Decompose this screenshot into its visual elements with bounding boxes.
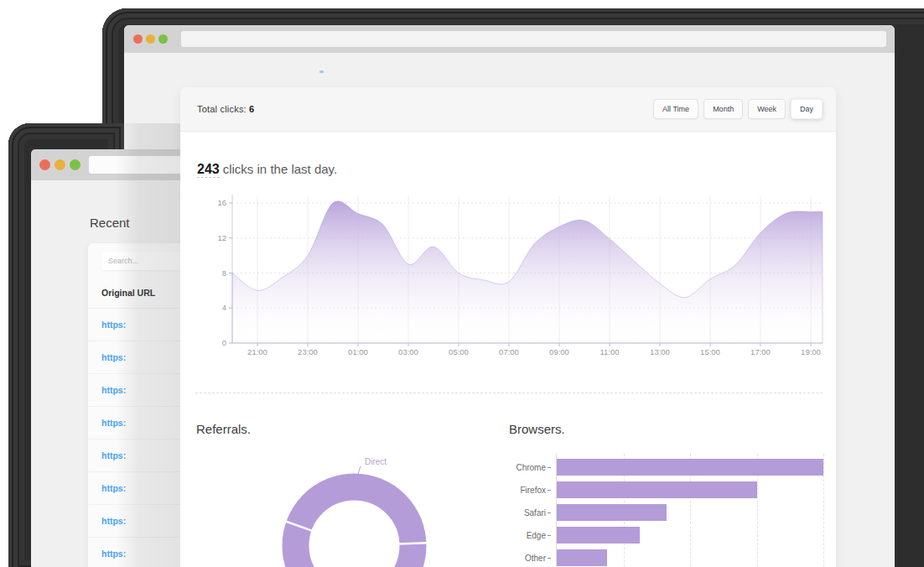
svg-text:15:00: 15:00 (700, 347, 720, 356)
filter-button-week[interactable]: Week (748, 99, 786, 119)
bar-row-chrome: Chrome (501, 459, 829, 476)
svg-text:16: 16 (217, 198, 226, 207)
headline: 243clicks in the last day. (197, 162, 337, 177)
front-window-cast-shadow (116, 123, 180, 567)
background-browser-window: Recent Original URL https:https:https:ht… (0, 123, 180, 567)
total-clicks: Total clicks: 6 (197, 104, 254, 114)
svg-text:21:00: 21:00 (247, 347, 267, 356)
svg-text:23:00: 23:00 (298, 347, 318, 356)
bar-label: Other (501, 554, 546, 563)
svg-text:0: 0 (222, 338, 226, 347)
bar-row-edge: Edge (501, 527, 829, 544)
svg-text:8: 8 (222, 268, 226, 278)
front-browser-window: Total clicks: 6 All TimeMonthWeekDay 243… (124, 25, 895, 567)
bar[interactable] (557, 504, 667, 521)
svg-text:13:00: 13:00 (650, 347, 670, 356)
axis-tick (548, 535, 551, 536)
axis-tick (548, 558, 551, 559)
bar-row-safari: Safari (501, 504, 829, 521)
svg-text:09:00: 09:00 (549, 347, 569, 356)
stats-card-header: Total clicks: 6 All TimeMonthWeekDay (180, 87, 836, 132)
bar-label: Firefox (501, 486, 546, 495)
bar-label: Safari (501, 508, 546, 518)
stats-card: Total clicks: 6 All TimeMonthWeekDay 243… (180, 87, 836, 567)
browsers-title: Browsers. (509, 422, 565, 436)
bar-row-firefox: Firefox (501, 481, 829, 498)
referrals-title: Referrals. (196, 422, 251, 436)
bar-label: Chrome (501, 463, 546, 472)
maximize-window-icon[interactable] (158, 34, 168, 44)
svg-text:Direct: Direct (365, 457, 387, 466)
svg-text:03:00: 03:00 (398, 347, 418, 356)
maximize-window-icon[interactable] (70, 159, 80, 170)
favicon-dash (319, 70, 324, 73)
axis-tick (548, 490, 551, 491)
svg-text:05:00: 05:00 (449, 347, 469, 356)
headline-text: clicks in the last day. (223, 162, 337, 176)
total-clicks-value: 6 (249, 104, 254, 114)
bar[interactable] (557, 459, 823, 476)
svg-text:07:00: 07:00 (499, 347, 519, 356)
svg-text:17:00: 17:00 (750, 347, 771, 356)
time-filter-group: All TimeMonthWeekDay (653, 99, 823, 119)
clicks-area-chart[interactable]: 21:0023:0001:0003:0005:0007:0009:0011:00… (180, 188, 836, 364)
close-window-icon[interactable] (133, 34, 143, 44)
referrals-donut-chart[interactable]: Direct (264, 440, 457, 567)
bar-row-other: Other (501, 549, 829, 566)
svg-text:11:00: 11:00 (600, 347, 619, 356)
filter-button-day[interactable]: Day (791, 99, 823, 119)
minimize-window-icon[interactable] (146, 34, 155, 44)
svg-text:4: 4 (222, 303, 226, 312)
svg-text:01:00: 01:00 (348, 347, 368, 356)
address-bar[interactable] (181, 31, 886, 47)
axis-tick (548, 467, 551, 468)
total-clicks-label: Total clicks: (197, 104, 247, 114)
close-window-icon[interactable] (39, 159, 50, 170)
svg-text:19:00: 19:00 (801, 347, 821, 356)
section-divider (195, 393, 823, 393)
axis-tick (548, 512, 551, 513)
minimize-window-icon[interactable] (55, 159, 65, 170)
svg-text:12: 12 (217, 233, 226, 242)
bar-label: Edge (501, 531, 546, 540)
click-count: 243 (197, 162, 220, 178)
filter-button-month[interactable]: Month (703, 99, 743, 119)
bar[interactable] (557, 481, 757, 498)
front-browser-toolbar (124, 25, 895, 53)
browsers-bar-chart[interactable]: ChromeFirefoxSafariEdgeOther (501, 459, 829, 567)
bar[interactable] (557, 527, 640, 544)
bar[interactable] (557, 549, 607, 566)
filter-button-all-time[interactable]: All Time (653, 99, 698, 119)
